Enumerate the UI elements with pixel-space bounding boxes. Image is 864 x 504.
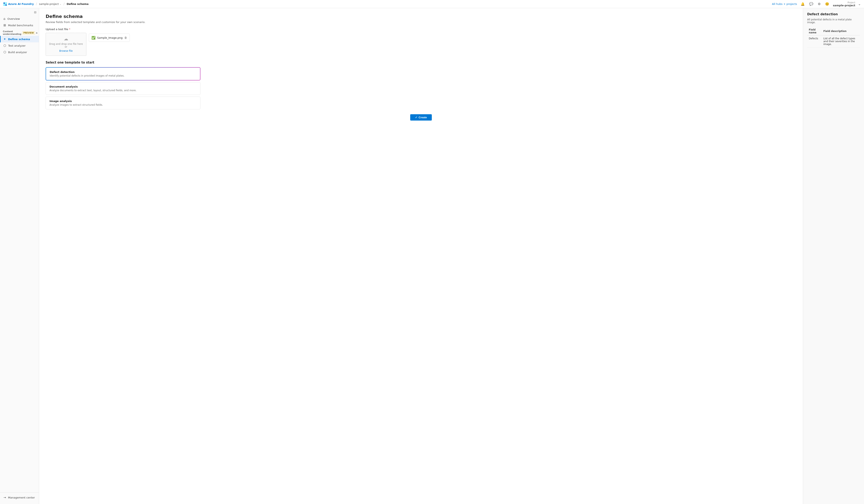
main-content: Define schema Review fields from selecte… — [39, 8, 803, 504]
template-title-defect-detection: Defect detection — [50, 71, 196, 73]
breadcrumb-project[interactable]: sample-project ⌄ — [39, 2, 61, 5]
col-header-field-desc: Field description — [821, 27, 860, 35]
brand-label: Azure AI Foundry — [8, 2, 34, 5]
template-card-image-analysis[interactable]: Image analysis Analyze images to extract… — [46, 97, 201, 109]
project-dropdown-button[interactable]: ⌄ — [858, 2, 861, 6]
account-button[interactable]: 😊 — [824, 1, 830, 7]
field-name-cell: Defects — [807, 35, 821, 47]
upload-cloud-icon: ☁ — [64, 36, 68, 41]
sidebar-item-build-analyzer[interactable]: ⬡ Build analyzer — [0, 49, 39, 56]
footer-create: ✓ Create — [46, 109, 796, 122]
nav-right-section: All hubs + projects 🔔 💬 ⚙ 😊 Project samp… — [772, 1, 861, 7]
test-analyzer-icon: ⬡ — [3, 44, 6, 47]
sidebar-label-benchmarks: Model benchmarks — [8, 24, 33, 27]
page-subtitle: Review fields from selected template and… — [46, 21, 796, 24]
separator-2: / — [63, 2, 64, 6]
build-analyzer-icon: ⬡ — [3, 50, 6, 54]
separator: / — [36, 2, 37, 6]
app-body: ⊟ ⌂ Overview ⊞ Model benchmarks Content … — [0, 8, 864, 504]
svg-rect-3 — [5, 4, 7, 6]
panel-title: Defect detection — [807, 12, 860, 16]
section-chevron-icon[interactable]: ∧ — [36, 32, 38, 34]
preview-badge: PREVIEW — [22, 31, 35, 34]
project-info: Project sample-project — [833, 1, 855, 7]
sidebar-label-overview: Overview — [8, 17, 20, 20]
col-header-field-name: Field name — [807, 27, 821, 35]
template-title-document-analysis: Document analysis — [49, 85, 196, 88]
sidebar-collapse[interactable]: ⊟ — [0, 10, 39, 15]
template-card-document-analysis[interactable]: Document analysis Analyze documents to e… — [46, 82, 201, 95]
svg-rect-0 — [3, 2, 5, 4]
template-section-title: Select one template to start — [46, 61, 796, 64]
top-navigation: Azure AI Foundry / sample-project ⌄ / De… — [0, 0, 864, 8]
sidebar: ⊟ ⌂ Overview ⊞ Model benchmarks Content … — [0, 8, 39, 504]
sidebar-item-model-benchmarks[interactable]: ⊞ Model benchmarks — [0, 22, 39, 28]
upload-row: ☁ Drag and drop one file here or Browse … — [46, 33, 796, 56]
brand-logo[interactable]: Azure AI Foundry — [3, 2, 34, 6]
template-desc-image-analysis: Analyze images to extract structured fie… — [49, 104, 196, 106]
project-name: sample-project — [833, 4, 855, 7]
upload-section-label: Upload a test file * — [46, 28, 796, 31]
uploaded-file: ✅ Sample_Image.png 🗑 — [89, 34, 130, 42]
management-center-icon: → — [3, 496, 6, 499]
template-desc-defect-detection: Identify potential defects in provided i… — [50, 74, 196, 77]
panel-subtitle: All potential defects in a metal plate i… — [807, 18, 860, 24]
sidebar-item-test-analyzer[interactable]: ⬡ Test analyzer — [0, 43, 39, 49]
brand-icon — [3, 2, 7, 6]
sidebar-label-build-analyzer: Build analyzer — [8, 51, 27, 54]
hub-projects-link[interactable]: All hubs + projects — [772, 2, 797, 5]
delete-file-button[interactable]: 🗑 — [124, 36, 127, 39]
section-label: Content understanding — [3, 30, 21, 35]
template-title-image-analysis: Image analysis — [49, 99, 196, 103]
create-btn-label: Create — [419, 116, 427, 119]
field-desc-cell: List of all the defect types and their s… — [821, 35, 860, 47]
upload-dropzone[interactable]: ☁ Drag and drop one file here or Browse … — [46, 33, 86, 56]
create-check-icon: ✓ — [415, 116, 417, 119]
sidebar-item-define-schema[interactable]: ✦ Define schema — [0, 36, 39, 43]
breadcrumb-current: Define schema — [67, 2, 88, 5]
page-title: Define schema — [46, 14, 796, 19]
sidebar-section-content-understanding: Content understanding PREVIEW ∧ — [0, 28, 39, 36]
check-circle-icon: ✅ — [92, 36, 96, 40]
browse-link[interactable]: Browse file — [59, 49, 73, 52]
template-list: Defect detection Identify potential defe… — [46, 67, 201, 109]
chevron-down-icon: ⌄ — [60, 3, 61, 5]
sidebar-label-test-analyzer: Test analyzer — [8, 44, 25, 47]
sidebar-item-management-center[interactable]: → Management center — [0, 494, 39, 501]
right-panel: Defect detection All potential defects i… — [803, 8, 864, 504]
sidebar-label-management-center: Management center — [8, 496, 35, 499]
overview-icon: ⌂ — [3, 17, 5, 21]
uploaded-filename: Sample_Image.png — [97, 36, 123, 39]
svg-rect-1 — [5, 2, 7, 4]
panel-fields-table: Field name Field description DefectsList… — [807, 27, 860, 47]
create-button[interactable]: ✓ Create — [410, 114, 432, 121]
collapse-button[interactable]: ⊟ — [34, 11, 36, 14]
settings-button[interactable]: ⚙ — [817, 1, 821, 7]
svg-rect-2 — [3, 4, 5, 6]
template-desc-document-analysis: Analyze documents to extract text, layou… — [49, 89, 196, 92]
template-card-defect-detection[interactable]: Defect detection Identify potential defe… — [46, 67, 201, 81]
define-schema-icon: ✦ — [3, 37, 6, 41]
project-label: Project — [833, 1, 855, 4]
required-star: * — [69, 28, 71, 31]
benchmarks-icon: ⊞ — [3, 23, 6, 27]
sidebar-item-overview[interactable]: ⌂ Overview — [0, 15, 39, 22]
chat-button[interactable]: 💬 — [808, 1, 814, 7]
sidebar-bottom: → Management center — [0, 492, 39, 502]
upload-hint-line1: Drag and drop one file here or — [49, 43, 83, 48]
notifications-button[interactable]: 🔔 — [800, 1, 806, 7]
table-row: DefectsList of all the defect types and … — [807, 35, 860, 47]
sidebar-label-define-schema: Define schema — [8, 38, 30, 41]
